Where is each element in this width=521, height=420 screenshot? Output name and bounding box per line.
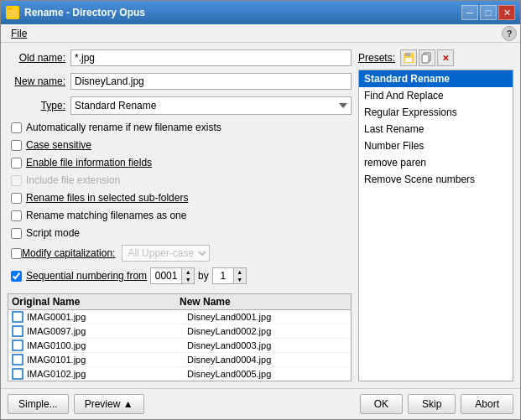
window-controls: ─ □ ✕ — [461, 5, 515, 20]
close-button[interactable]: ✕ — [498, 5, 515, 20]
file-icon — [12, 325, 23, 337]
modify-cap-checkbox[interactable] — [11, 248, 22, 259]
minimize-button[interactable]: ─ — [461, 5, 478, 20]
list-item[interactable]: Find And Replace — [359, 87, 513, 104]
title-bar: Rename - Directory Opus ─ □ ✕ — [1, 1, 520, 24]
type-select[interactable]: Standard Rename Find And Replace Regular… — [70, 96, 352, 115]
file-new-name: DisneyLand0001.jpg — [187, 312, 347, 322]
skip-button[interactable]: Skip — [408, 394, 456, 414]
by-label: by — [198, 270, 209, 282]
modify-cap-row: Modify capitalization: All Upper-case Al… — [8, 245, 352, 262]
file-list-header: Original Name New Name — [8, 294, 351, 310]
window-title: Rename - Directory Opus — [24, 7, 461, 18]
auto-rename-row: Automatically rename if new filename exi… — [8, 122, 352, 133]
window-icon — [6, 6, 19, 19]
new-name-input[interactable] — [70, 73, 352, 90]
svg-rect-0 — [8, 9, 18, 17]
case-sensitive-row: Case sensitive — [8, 139, 352, 151]
auto-rename-checkbox[interactable] — [11, 122, 22, 133]
include-ext-row: Include file extension — [8, 174, 352, 186]
by-arrows: ▲ ▼ — [233, 268, 246, 283]
file-info-checkbox[interactable] — [11, 158, 22, 169]
maximize-button[interactable]: □ — [480, 5, 497, 20]
list-item[interactable]: Standard Rename — [359, 70, 513, 87]
right-panel: Presets: ✕ Standard Renam — [358, 49, 513, 381]
list-item[interactable]: Last Rename — [359, 121, 513, 137]
sequential-label: Sequential numbering from — [26, 270, 147, 282]
simple-button[interactable]: Simple... — [8, 394, 69, 414]
presets-header: Presets: ✕ — [358, 49, 513, 66]
svg-rect-6 — [422, 54, 429, 63]
file-icon — [12, 368, 23, 380]
old-name-input[interactable] — [70, 49, 352, 66]
help-button[interactable]: ? — [502, 26, 517, 41]
list-item[interactable]: Number Files — [359, 137, 513, 154]
svg-rect-1 — [8, 8, 12, 10]
by-input-wrap: ▲ ▼ — [212, 267, 247, 284]
file-new-name: DisneyLand0002.jpg — [187, 326, 347, 336]
file-info-label: Enable file information fields — [26, 157, 152, 169]
col-orig-header: Original Name — [12, 296, 180, 308]
sequential-down-arrow[interactable]: ▼ — [182, 276, 194, 283]
menu-bar: File ? — [1, 24, 520, 43]
bottom-bar: Simple... Preview ▲ OK Skip Abort — [1, 388, 520, 419]
file-menu[interactable]: File — [4, 26, 34, 41]
left-panel: Old name: New name: Type: Standard Renam… — [8, 49, 352, 381]
abort-button[interactable]: Abort — [461, 394, 513, 414]
new-name-row: New name: — [8, 73, 352, 90]
type-row: Type: Standard Rename Find And Replace R… — [8, 96, 352, 115]
sequential-checkbox[interactable] — [11, 271, 22, 282]
script-mode-row: Script mode — [8, 227, 352, 239]
list-item[interactable]: Remove Scene numbers — [359, 171, 513, 188]
file-icon — [12, 354, 23, 366]
rename-match-row: Rename matching filenames as one — [8, 210, 352, 221]
file-rows-container: IMAG0001.jpg DisneyLand0001.jpg IMAG0097… — [8, 310, 351, 381]
ok-button[interactable]: OK — [360, 394, 403, 414]
presets-items-container: Standard RenameFind And ReplaceRegular E… — [359, 70, 513, 188]
sequential-arrows: ▲ ▼ — [181, 268, 194, 283]
include-ext-label: Include file extension — [26, 174, 120, 186]
file-info-row: Enable file information fields — [8, 157, 352, 169]
presets-list: Standard RenameFind And ReplaceRegular E… — [358, 70, 513, 381]
rename-match-label: Rename matching filenames as one — [26, 210, 186, 221]
by-down-arrow[interactable]: ▼ — [234, 276, 246, 283]
rename-sub-row: Rename files in selected sub-folders — [8, 192, 352, 204]
rename-match-checkbox[interactable] — [11, 210, 22, 221]
rename-sub-checkbox[interactable] — [11, 193, 22, 204]
table-row[interactable]: IMAG0101.jpg DisneyLand0004.jpg — [8, 353, 351, 367]
preset-copy-button[interactable] — [419, 49, 435, 66]
file-icon — [12, 340, 23, 351]
presets-label: Presets: — [358, 52, 395, 64]
include-ext-checkbox[interactable] — [11, 175, 22, 186]
file-list: Original Name New Name IMAG0001.jpg Disn… — [8, 293, 352, 381]
window: Rename - Directory Opus ─ □ ✕ File ? Old… — [0, 0, 521, 420]
table-row[interactable]: IMAG0001.jpg DisneyLand0001.jpg — [8, 310, 351, 324]
file-orig-name: IMAG0001.jpg — [27, 312, 187, 322]
modify-cap-select[interactable]: All Upper-case All Lower-case Title Case — [122, 245, 210, 262]
modify-cap-label: Modify capitalization: — [22, 247, 115, 259]
preset-delete-button[interactable]: ✕ — [437, 49, 454, 66]
script-mode-checkbox[interactable] — [11, 228, 22, 239]
by-value-input[interactable] — [213, 270, 233, 282]
file-orig-name: IMAG0100.jpg — [27, 340, 187, 350]
list-item[interactable]: Regular Expressions — [359, 104, 513, 121]
rename-sub-label: Rename files in selected sub-folders — [26, 192, 188, 204]
sequential-start-input[interactable] — [151, 270, 181, 282]
preset-save-button[interactable] — [400, 49, 417, 66]
table-row[interactable]: IMAG0102.jpg DisneyLand0005.jpg — [8, 367, 351, 381]
file-new-name: DisneyLand0005.jpg — [187, 369, 347, 379]
sequential-up-arrow[interactable]: ▲ — [182, 268, 194, 276]
script-mode-label: Script mode — [26, 227, 80, 239]
main-content: Old name: New name: Type: Standard Renam… — [1, 43, 520, 388]
table-row[interactable]: IMAG0100.jpg DisneyLand0003.jpg — [8, 339, 351, 353]
by-up-arrow[interactable]: ▲ — [234, 268, 246, 276]
list-item[interactable]: remove paren — [359, 154, 513, 171]
case-sensitive-checkbox[interactable] — [11, 140, 22, 151]
file-icon — [12, 311, 23, 323]
table-row[interactable]: IMAG0097.jpg DisneyLand0002.jpg — [8, 324, 351, 339]
preview-button[interactable]: Preview ▲ — [74, 394, 144, 414]
old-name-label: Old name: — [8, 52, 70, 64]
old-name-row: Old name: — [8, 49, 352, 66]
file-orig-name: IMAG0101.jpg — [27, 355, 187, 365]
file-orig-name: IMAG0097.jpg — [27, 326, 187, 336]
